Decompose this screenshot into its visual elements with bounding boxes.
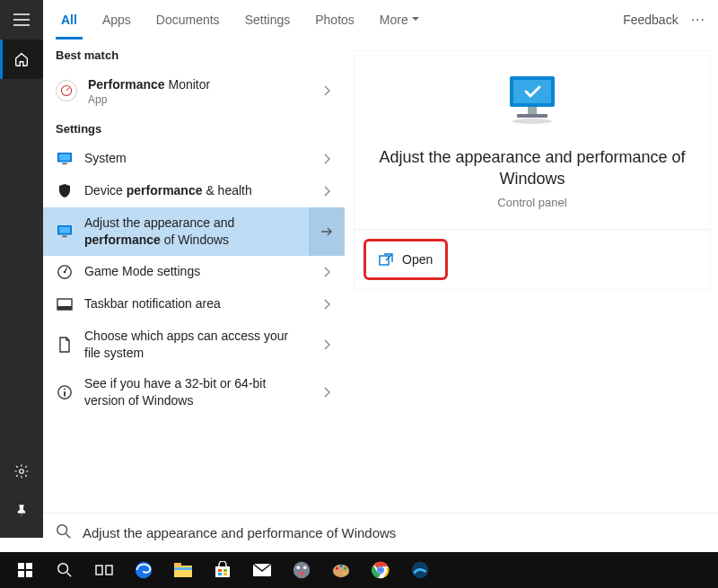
chevron-right-icon (323, 154, 330, 164)
result-taskbar-notification[interactable]: Taskbar notification area (43, 288, 345, 320)
result-app-file-access[interactable]: Choose which apps can access your file s… (43, 320, 345, 369)
detail-pane: Adjust the appearance and performance of… (345, 39, 718, 538)
svg-point-39 (293, 562, 310, 578)
svg-point-9 (64, 270, 66, 273)
svg-rect-6 (59, 226, 70, 233)
result-adjust-appearance-performance[interactable]: Adjust the appearance and performance of… (43, 207, 345, 256)
svg-point-51 (378, 567, 383, 573)
taskbar (0, 552, 718, 588)
taskbar-explorer-icon[interactable] (163, 552, 203, 588)
svg-rect-7 (62, 235, 66, 237)
svg-rect-37 (223, 573, 227, 575)
tab-settings[interactable]: Settings (240, 0, 296, 39)
svg-point-44 (336, 567, 338, 570)
tab-all[interactable]: All (56, 0, 83, 39)
tab-documents[interactable]: Documents (151, 0, 225, 39)
svg-rect-30 (174, 566, 192, 577)
open-icon (379, 253, 393, 266)
shield-icon (56, 182, 74, 200)
tab-apps[interactable]: Apps (97, 0, 136, 39)
svg-point-41 (303, 566, 307, 569)
taskbar-store-icon[interactable] (203, 552, 242, 588)
taskbar-paint-icon[interactable] (321, 552, 361, 588)
svg-point-0 (20, 470, 24, 474)
result-device-performance-health[interactable]: Device performance & health (43, 175, 345, 207)
search-text: Adjust the appearance and performance of… (83, 525, 396, 540)
monitor-icon (56, 150, 74, 168)
svg-point-45 (340, 565, 343, 567)
svg-rect-20 (380, 256, 389, 265)
perfmon-icon (56, 80, 77, 101)
result-title: See if you have a 32-bit or 64-bit versi… (84, 375, 300, 409)
feedback-link[interactable]: Feedback (623, 13, 678, 27)
taskbar-mail-icon[interactable] (242, 552, 282, 588)
page-icon (56, 336, 74, 354)
home-icon[interactable] (0, 39, 43, 79)
svg-rect-27 (96, 566, 102, 575)
svg-point-13 (64, 389, 66, 391)
chevron-right-icon (323, 186, 330, 197)
arrow-right-icon (320, 226, 333, 237)
pin-icon[interactable] (0, 491, 43, 531)
taskbar-chrome-icon[interactable] (361, 552, 400, 588)
start-button[interactable] (5, 552, 45, 588)
result-performance-monitor[interactable]: Performance Monitor App (43, 69, 345, 113)
task-view-icon[interactable] (84, 552, 124, 588)
taskbar-edge-icon[interactable] (124, 552, 163, 588)
taskbar-search-icon[interactable] (45, 552, 84, 588)
svg-rect-24 (18, 571, 24, 577)
search-icon (56, 523, 72, 542)
svg-rect-28 (106, 566, 112, 575)
svg-rect-17 (528, 107, 537, 114)
chevron-down-icon (412, 17, 419, 22)
result-title: Choose which apps can access your file s… (84, 328, 300, 362)
taskbar-app-1-icon[interactable] (282, 552, 321, 588)
svg-point-26 (58, 564, 68, 574)
chevron-right-icon (323, 267, 330, 277)
svg-rect-4 (62, 162, 66, 164)
open-button[interactable]: Open (370, 245, 442, 274)
tab-photos[interactable]: Photos (310, 0, 360, 39)
result-title: Taskbar notification area (84, 295, 300, 312)
monitor-icon (56, 223, 74, 241)
result-title: System (84, 150, 300, 167)
tab-more[interactable]: More (374, 0, 425, 39)
svg-point-47 (343, 572, 346, 575)
result-game-mode[interactable]: Game Mode settings (43, 256, 345, 288)
detail-subtitle: Control panel (497, 196, 566, 209)
filter-tabs: All Apps Documents Settings Photos More … (43, 0, 718, 39)
result-32-64-bit[interactable]: See if you have a 32-bit or 64-bit versi… (43, 368, 345, 417)
chevron-right-icon (323, 387, 330, 398)
result-title: Game Mode settings (84, 263, 300, 280)
svg-point-42 (300, 571, 304, 575)
settings-gear-icon[interactable] (0, 452, 43, 491)
svg-rect-3 (59, 154, 70, 161)
svg-rect-32 (174, 567, 192, 570)
result-system[interactable]: System (43, 143, 345, 175)
search-input[interactable]: Adjust the appearance and performance of… (43, 513, 718, 552)
taskbar-app-2-icon[interactable] (400, 552, 440, 588)
svg-point-46 (344, 567, 346, 570)
tab-more-label: More (380, 13, 408, 27)
hamburger-icon[interactable] (0, 0, 43, 39)
info-icon (56, 383, 74, 401)
search-results: Best match Performance Monitor App Setti… (43, 39, 345, 538)
svg-rect-35 (223, 569, 227, 572)
result-subtitle: App (88, 93, 300, 106)
taskbar-icon (56, 295, 74, 313)
gauge-icon (56, 263, 74, 281)
search-panel: All Apps Documents Settings Photos More … (43, 0, 718, 538)
result-title: Adjust the appearance and performance of… (84, 215, 300, 249)
svg-rect-34 (218, 569, 222, 572)
result-title: Device performance & health (84, 182, 300, 199)
svg-rect-31 (174, 563, 181, 566)
svg-rect-36 (218, 573, 222, 575)
svg-point-21 (57, 525, 67, 535)
svg-rect-18 (517, 114, 547, 118)
svg-rect-23 (26, 563, 32, 569)
svg-rect-33 (215, 566, 230, 577)
svg-point-19 (512, 118, 552, 124)
chevron-right-icon (323, 299, 330, 310)
more-options-icon[interactable]: ··· (691, 12, 705, 28)
svg-rect-14 (64, 391, 66, 396)
